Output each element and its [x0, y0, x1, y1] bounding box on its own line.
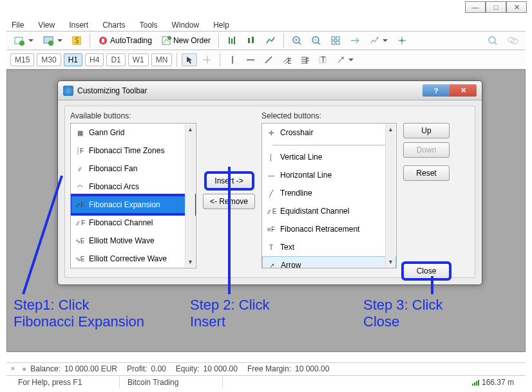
crosshair-icon: ✛ [266, 127, 276, 138]
period-h1[interactable]: H1 [64, 53, 82, 66]
minimize-button[interactable]: — [465, 1, 486, 13]
scroll-up-icon[interactable]: ▲ [386, 124, 395, 135]
period-d1[interactable]: D1 [106, 53, 125, 66]
equity-label: Equity: [176, 364, 200, 373]
selected-label: Selected buttons: [261, 111, 397, 120]
period-w1[interactable]: W1 [128, 53, 149, 66]
list-item: ≡FFibonacci Retracement [262, 220, 396, 238]
menu-tools[interactable]: Tools [140, 21, 158, 30]
fibo-fan-icon: ⫽ [75, 163, 85, 174]
list-item: —Horizontal Line [262, 166, 396, 184]
svg-text:$: $ [75, 36, 79, 45]
period-m30[interactable]: M30 [37, 53, 61, 66]
period-mn[interactable]: MN [151, 53, 173, 66]
elliott-corrective-icon: ∿E [75, 254, 85, 264]
annotation-step1: Step1: Click Fibonacci Expansion [14, 297, 144, 331]
list-item: ┊FFibonacci Time Zones [71, 142, 196, 160]
dialog-help-button[interactable]: ? [423, 84, 450, 97]
scroll-up-icon[interactable]: ▲ [185, 124, 195, 135]
close-button[interactable]: Close [403, 263, 450, 279]
crosshair-icon[interactable] [200, 53, 215, 66]
menu-charts[interactable]: Charts [102, 21, 125, 30]
shift-icon[interactable] [347, 33, 363, 48]
down-button[interactable]: Down [403, 142, 450, 158]
indicators-icon[interactable] [394, 33, 410, 48]
insert-button[interactable]: Insert -> [206, 173, 252, 189]
menu-help[interactable]: Help [213, 21, 229, 30]
text-icon: T [266, 242, 276, 252]
arrow-icon: ↗ [267, 260, 277, 268]
candle-chart-icon[interactable] [243, 33, 260, 48]
ping-value: 166.37 m [482, 378, 514, 387]
new-order-label: New Order [173, 36, 211, 45]
terminal-status-bar: ✕ ● Balance: 10 000.00 EUR Profit: 0.00 … [6, 362, 526, 374]
terminal-close-icon[interactable]: ✕ [10, 366, 15, 372]
margin-label: Free Margin: [247, 364, 291, 373]
available-listbox[interactable]: ▦Gann Grid ┊FFibonacci Time Zones ⫽Fibon… [70, 123, 196, 268]
autoscroll-icon[interactable] [366, 33, 391, 48]
line-chart-icon[interactable] [262, 33, 279, 48]
scroll-down-icon[interactable]: ▼ [185, 257, 195, 267]
text-icon[interactable]: T [315, 53, 330, 66]
period-m15[interactable]: M15 [10, 53, 34, 66]
vertical-line-icon[interactable] [225, 53, 240, 66]
new-order-button[interactable]: New Order [158, 33, 214, 48]
list-item: ∿EElliott Motive Wave [71, 232, 196, 250]
new-chart-icon[interactable] [10, 33, 37, 48]
svg-text:T: T [321, 55, 326, 64]
list-item: ⫽FFibonacci Channel [71, 214, 196, 232]
svg-point-18 [401, 39, 403, 42]
fibo-icon[interactable]: F [297, 53, 312, 66]
tile-icon[interactable] [327, 33, 344, 48]
dialog-icon [63, 86, 73, 96]
dialog-close-x-button[interactable]: ✕ [450, 84, 477, 97]
list-item: ╱Trendline [262, 184, 396, 202]
cursor-icon[interactable] [182, 53, 197, 66]
scroll-down-icon[interactable]: ▼ [386, 257, 395, 267]
remove-button[interactable]: <- Remove [203, 194, 255, 209]
arrow-tool-icon[interactable] [333, 53, 357, 66]
fibo-channel-icon: ⫽F [75, 218, 85, 228]
scrollbar[interactable]: ▲▼ [185, 124, 195, 267]
close-window-button[interactable]: ✕ [506, 1, 527, 13]
horizontal-line-icon[interactable] [243, 53, 258, 66]
vline-icon: │ [266, 152, 276, 162]
window-controls: — □ ✕ [465, 1, 527, 13]
svg-rect-10 [248, 38, 250, 43]
reset-button[interactable]: Reset [403, 165, 450, 181]
auto-trading-button[interactable]: AutoTrading [95, 33, 155, 48]
profit-value: 0.00 [151, 364, 166, 373]
menu-insert[interactable]: Insert [69, 21, 88, 30]
annotation-step3: Step 3: Click Close [363, 297, 443, 331]
selected-listbox[interactable]: ✛Crosshair │Vertical Line —Horizontal Li… [261, 123, 397, 268]
zoom-in-icon[interactable] [289, 33, 305, 48]
menu-view[interactable]: View [38, 21, 55, 30]
chart-canvas: Customizing Toolbar ? ✕ Available button… [6, 70, 526, 352]
svg-rect-17 [336, 41, 339, 44]
market-watch-icon[interactable]: $ [68, 33, 85, 48]
zoom-out-icon[interactable] [308, 33, 325, 48]
equidistant-icon[interactable]: E [279, 53, 294, 66]
signal-icon [472, 379, 479, 386]
chat-icon[interactable] [504, 33, 522, 48]
scrollbar[interactable]: ▲▼ [385, 124, 395, 267]
search-icon[interactable] [484, 33, 501, 48]
trendline-icon[interactable] [261, 53, 276, 66]
svg-point-9 [167, 36, 171, 40]
list-item-fibonacci-expansion[interactable]: ⤢FFibonacci Expansion [71, 196, 196, 214]
bar-chart-icon[interactable] [223, 33, 240, 48]
fibo-expansion-icon: ⤢F [75, 200, 85, 210]
main-toolbar: $ AutoTrading New Order [6, 31, 526, 50]
gann-grid-icon: ▦ [75, 127, 85, 138]
svg-rect-15 [336, 37, 339, 40]
app-status-bar: For Help, press F1 Bitcoin Trading 166.3… [6, 375, 526, 388]
svg-line-26 [23, 176, 62, 294]
menu-file[interactable]: File [12, 21, 24, 30]
annotation-step2: Step 2: Click Insert [190, 297, 270, 331]
menu-window[interactable]: Window [172, 21, 200, 30]
dialog-titlebar[interactable]: Customizing Toolbar ? ✕ [58, 81, 482, 100]
period-h4[interactable]: H4 [85, 53, 104, 66]
profiles-icon[interactable] [39, 33, 66, 48]
maximize-button[interactable]: □ [486, 1, 506, 13]
up-button[interactable]: Up [403, 123, 450, 138]
